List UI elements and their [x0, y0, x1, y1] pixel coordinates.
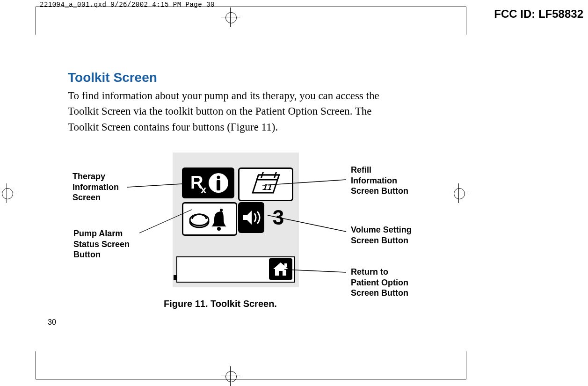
svg-line-17: [139, 210, 192, 233]
svg-line-18: [262, 180, 346, 185]
page-root: 221094_a_001.qxd 9/26/2002 4:15 PM Page …: [0, 0, 588, 386]
svg-line-16: [127, 183, 189, 187]
figure-caption: Figure 11. Toolkit Screen.: [164, 299, 277, 309]
page-number: 30: [48, 318, 56, 327]
svg-line-19: [268, 215, 346, 232]
callout-lines: [0, 0, 588, 386]
svg-line-20: [284, 269, 346, 272]
